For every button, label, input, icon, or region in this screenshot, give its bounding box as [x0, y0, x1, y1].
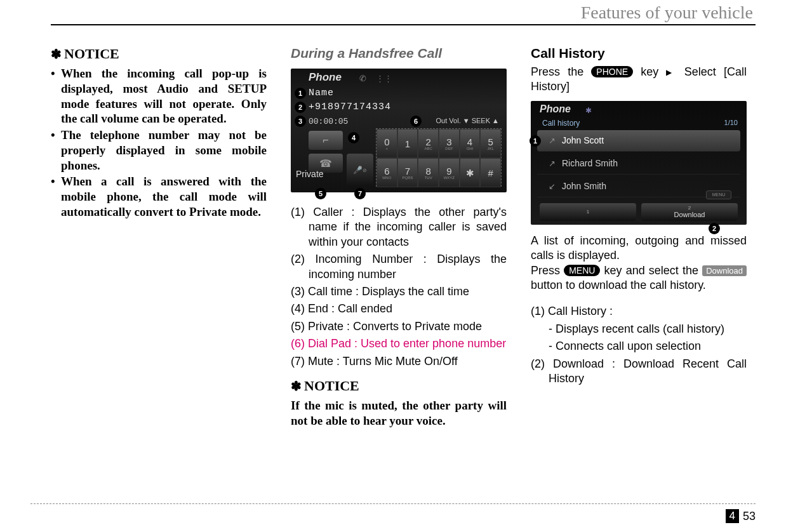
hist-row-1[interactable]: ↗John Scott	[537, 130, 740, 152]
callout-6: 6	[410, 116, 422, 127]
intro-b: key	[633, 65, 666, 78]
hf-item-4: (4) End : Call ended	[291, 302, 507, 316]
notice-item-3: When a call is answered with the mobile …	[51, 174, 267, 219]
outgoing-call-icon: ↗	[549, 136, 556, 145]
key-6[interactable]: 6MNO	[376, 158, 397, 187]
column-1: ✽NOTICE When the incoming call pop-up is…	[51, 46, 267, 428]
handsfree-call-screenshot: Phone ✆ ⋮⋮ Name +918977174334 00:00:05 O…	[291, 69, 507, 192]
notice-item-2: The telephone number may not be properly…	[51, 128, 267, 173]
hf-item-3: (3) Call time : Displays the call time	[291, 284, 507, 299]
callout-4: 4	[348, 132, 359, 143]
hist-desc-1: A list of incoming, outgoing and missed …	[531, 234, 747, 263]
softkey-1-num: 1	[587, 209, 589, 215]
notice-heading-text-2: NOTICE	[304, 378, 359, 394]
intro-a: Press the	[531, 65, 591, 78]
header-rule	[51, 24, 756, 25]
hist-row-1-name: John Scott	[562, 135, 604, 145]
hist-callout-1: 1	[530, 135, 541, 147]
footer-dashed-rule	[30, 503, 756, 504]
handsfree-heading: During a Handsfree Call	[291, 46, 507, 61]
bluetooth-icon: ✱	[585, 106, 592, 115]
hist-item-1b: - Connects call upon selection	[531, 339, 747, 354]
mute-button[interactable]: 🎤⊘	[347, 154, 373, 187]
hf-item-2: (2) Incoming Number : Displays the incom…	[291, 252, 507, 282]
softkey-2[interactable]: 2Download	[641, 203, 738, 221]
chapter-number: 4	[726, 509, 739, 523]
notice-snowflake-icon-2: ✽	[291, 379, 302, 393]
hist-desc-2: Press MENU key and select the Download b…	[531, 263, 747, 293]
call-history-intro: Press the PHONE key ▶ Select [Call Histo…	[531, 65, 747, 95]
private-label: Private	[296, 169, 324, 179]
hist-title: Phone	[540, 103, 571, 115]
key-7[interactable]: 7PQRS	[397, 158, 418, 187]
callout-5: 5	[315, 188, 326, 199]
notice-heading-2: ✽NOTICE	[291, 378, 507, 394]
hf-item-7: (7) Mute : Turns Mic Mute On/Off	[291, 354, 507, 369]
key-8[interactable]: 8TUV	[418, 158, 439, 187]
column-2: During a Handsfree Call Phone ✆ ⋮⋮ Name …	[291, 46, 507, 428]
hist-numbered-list: (1) Call History : - Displays recent cal…	[531, 304, 747, 386]
notice-heading: ✽NOTICE	[51, 46, 267, 62]
notice-heading-text: NOTICE	[64, 46, 119, 62]
dial-pad[interactable]: 0+ 1 2ABC 3DEF 4GHI 5JKL 6MNO 7PQRS 8TUV…	[376, 128, 502, 187]
p2c: button to download the call history.	[531, 279, 706, 291]
key-3[interactable]: 3DEF	[439, 129, 460, 158]
p2b: key and select the	[600, 264, 702, 277]
key-9[interactable]: 9WXYZ	[439, 158, 460, 187]
key-hash[interactable]: #	[480, 158, 501, 187]
hist-item-2: (2) Download : Download Recent Call Hist…	[531, 357, 747, 387]
callout-7: 7	[354, 188, 366, 199]
handsfree-numbered-list: (1) Caller : Displays the other party's …	[291, 205, 507, 369]
hf-item-6: (6) Dial Pad : Used to enter phone numbe…	[291, 336, 507, 351]
hf-item-1: (1) Caller : Displays the other party's …	[291, 205, 507, 249]
notice-bullet-list: When the incoming call pop-up is display…	[51, 66, 267, 220]
hist-item-1: (1) Call History :	[531, 304, 747, 319]
softkey-1[interactable]: 1	[540, 203, 636, 221]
phone-screen-title: Phone	[309, 71, 342, 84]
hist-callout-2: 2	[709, 223, 720, 234]
key-star[interactable]: ✱	[460, 158, 481, 187]
page-number: 4 53	[726, 509, 756, 523]
phone-call-icon: ✆	[359, 74, 366, 83]
outgoing-call-icon: ↗	[549, 159, 556, 168]
callout-2: 2	[295, 102, 306, 113]
key-4[interactable]: 4GHI	[460, 129, 481, 158]
p2a: Press	[531, 264, 564, 277]
hist-row-2-name: Richard Smith	[562, 158, 618, 168]
call-history-screenshot: Phone ✱ Call history 1/10 ↗John Scott ↗R…	[531, 101, 747, 225]
end-call-button[interactable]: ⌐	[309, 131, 343, 150]
key-1[interactable]: 1	[397, 129, 418, 158]
hist-row-3-name: John Smith	[562, 181, 606, 191]
page-number-value: 53	[743, 510, 756, 523]
incoming-call-icon: ↙	[549, 182, 556, 191]
call-time-field: 00:00:05	[309, 117, 348, 126]
page-header-title: Features of your vehicle	[51, 3, 756, 23]
download-button-pill: Download	[702, 265, 747, 276]
softkey-2-label: Download	[674, 211, 705, 218]
callout-1: 1	[295, 88, 306, 99]
phone-key-pill: PHONE	[591, 66, 633, 77]
notice-snowflake-icon: ✽	[51, 47, 62, 61]
hist-count: 1/10	[724, 119, 738, 126]
out-volume-label: Out Vol. ▼ SEEK ▲	[436, 117, 499, 124]
key-5[interactable]: 5JKL	[480, 129, 501, 158]
hist-row-2[interactable]: ↗Richard Smith	[537, 153, 740, 175]
hist-item-1a: - Displays recent calls (call history)	[531, 322, 747, 336]
hist-subtitle: Call history	[542, 119, 580, 128]
call-history-heading: Call History	[531, 46, 747, 61]
menu-key-pill: MENU	[564, 265, 600, 276]
notice-body-2: If the mic is muted, the other party wil…	[291, 398, 507, 429]
notice-item-1: When the incoming call pop-up is display…	[51, 66, 267, 126]
menu-badge: MENU	[706, 190, 731, 199]
triangle-icon: ▶	[666, 68, 676, 77]
phone-bt-icon: ⋮⋮	[376, 74, 392, 83]
caller-name-field: Name	[309, 88, 334, 98]
callout-3: 3	[295, 116, 306, 127]
key-2[interactable]: 2ABC	[418, 129, 439, 158]
hf-item-5: (5) Private : Converts to Private mode	[291, 319, 507, 334]
key-0[interactable]: 0+	[376, 129, 397, 158]
column-3: Call History Press the PHONE key ▶ Selec…	[531, 46, 747, 428]
content-columns: ✽NOTICE When the incoming call pop-up is…	[51, 46, 756, 428]
softkey-2-num: 2	[688, 205, 691, 211]
caller-number-field: +918977174334	[309, 102, 391, 112]
